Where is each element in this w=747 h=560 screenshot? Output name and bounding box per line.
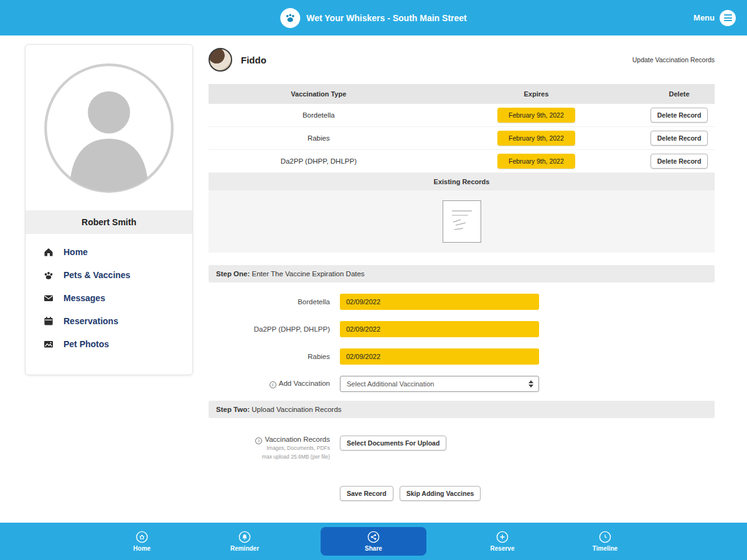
- expiry-date-button[interactable]: February 9th, 2022: [497, 154, 575, 169]
- select-value: Select Additional Vaccination: [347, 380, 434, 388]
- record-document-thumbnail[interactable]: [443, 200, 481, 243]
- step-two-header: Step Two: Upload Vaccination Records: [209, 401, 715, 418]
- add-vaccination-label: Add Vaccination: [279, 380, 330, 387]
- column-header-expires: Expires: [429, 90, 644, 98]
- pet-header: Fiddo Update Vaccination Records: [209, 48, 715, 72]
- sidebar-nav: Home Pets & Vaccines: [26, 234, 192, 350]
- vaccination-records-label: Vaccination Records: [209, 436, 330, 444]
- upload-hint-formats: Images, Documents, PDFs: [209, 444, 330, 453]
- sidebar-item-label: Pets & Vaccines: [63, 270, 130, 280]
- bottom-tab-home[interactable]: Home: [115, 531, 169, 552]
- menu-button[interactable]: Menu: [693, 10, 736, 26]
- hamburger-menu-icon: [720, 10, 736, 26]
- bordetella-date-input[interactable]: [340, 294, 539, 310]
- skip-adding-vaccines-button[interactable]: Skip Adding Vaccines: [400, 486, 481, 501]
- additional-vaccination-select[interactable]: Select Additional Vaccination: [340, 376, 539, 392]
- table-row: Da2PP (DHPP, DHLPP) February 9th, 2022 D…: [209, 150, 715, 173]
- share-icon: [367, 531, 380, 543]
- existing-records-header: Existing Records: [209, 173, 715, 190]
- select-arrows-icon: [529, 380, 533, 388]
- select-documents-button[interactable]: Select Documents For Upload: [340, 436, 446, 450]
- info-icon: [255, 437, 262, 444]
- vaccine-type: Da2PP (DHPP, DHLPP): [209, 157, 429, 165]
- step-one-label: Step One:: [216, 270, 250, 278]
- page-content: Robert Smith Home Pets & Vaccines: [0, 35, 747, 523]
- sidebar-item-pet-photos[interactable]: Pet Photos: [43, 338, 192, 350]
- envelope-icon: [43, 292, 54, 304]
- bottom-navigation: Home Reminder Share: [0, 523, 747, 560]
- sidebar: Robert Smith Home Pets & Vaccines: [25, 44, 193, 375]
- table-row: Bordetella February 9th, 2022 Delete Rec…: [209, 104, 715, 127]
- da2pp-date-input[interactable]: [340, 321, 539, 337]
- field-label-add-vaccination: Add Vaccination: [209, 380, 340, 388]
- form-actions: Save Record Skip Adding Vaccines: [209, 486, 715, 501]
- bottom-tab-label: Timeline: [593, 545, 618, 552]
- user-name: Robert Smith: [26, 210, 192, 234]
- table-header-row: Vaccination Type Expires Delete: [209, 84, 715, 104]
- form-row-bordetella: Bordetella: [209, 294, 715, 310]
- app-title: Wet Your Whiskers - South Main Street: [306, 13, 466, 23]
- vaccine-type: Rabies: [209, 134, 429, 142]
- bottom-tab-share[interactable]: Share: [321, 527, 426, 556]
- form-row-add-vaccination: Add Vaccination Select Additional Vaccin…: [209, 376, 715, 392]
- form-row-da2pp: Da2PP (DHPP, DHLPP): [209, 321, 715, 337]
- calendar-icon: [43, 315, 54, 327]
- bottom-tab-label: Home: [133, 545, 151, 552]
- delete-record-button[interactable]: Delete Record: [651, 154, 708, 169]
- bottom-tab-timeline[interactable]: Timeline: [578, 531, 632, 552]
- upload-row: Vaccination Records Images, Documents, P…: [209, 436, 715, 461]
- column-header-delete: Delete: [644, 90, 715, 98]
- column-header-vaccination-type: Vaccination Type: [209, 90, 429, 98]
- pet-avatar: [209, 48, 232, 72]
- sidebar-item-home[interactable]: Home: [43, 246, 192, 258]
- home-circle-icon: [136, 531, 148, 543]
- field-label-rabies: Rabies: [209, 353, 340, 360]
- paw-icon: [43, 269, 54, 281]
- upload-label-block: Vaccination Records Images, Documents, P…: [209, 436, 340, 461]
- sidebar-item-pets-vaccines[interactable]: Pets & Vaccines: [43, 269, 192, 281]
- reminder-bell-icon: [238, 531, 251, 543]
- step-one-header: Step One: Enter The Vaccine Expiration D…: [209, 265, 715, 282]
- save-record-button[interactable]: Save Record: [340, 486, 393, 501]
- delete-record-button[interactable]: Delete Record: [651, 131, 708, 146]
- bottom-tab-label: Reserve: [491, 545, 515, 552]
- expiry-date-button[interactable]: February 9th, 2022: [497, 131, 575, 146]
- step-two-label: Step Two:: [216, 406, 250, 413]
- sidebar-item-label: Home: [63, 247, 88, 257]
- pet-name: Fiddo: [241, 55, 266, 65]
- table-row: Rabies February 9th, 2022 Delete Record: [209, 127, 715, 150]
- app-logo-icon: [280, 8, 300, 28]
- field-label-da2pp: Da2PP (DHPP, DHLPP): [209, 325, 340, 333]
- bottom-tab-label: Share: [365, 545, 382, 552]
- bottom-tab-label: Reminder: [230, 545, 259, 552]
- step-one-description: Enter The Vaccine Expiration Dates: [250, 270, 364, 278]
- menu-label: Menu: [693, 13, 715, 22]
- rabies-date-input[interactable]: [340, 348, 539, 365]
- bottom-tab-reserve[interactable]: Reserve: [476, 531, 529, 552]
- topbar-brand: Wet Your Whiskers - South Main Street: [280, 8, 466, 28]
- reserve-plus-icon: [496, 531, 509, 543]
- bottom-tab-reminder[interactable]: Reminder: [218, 531, 271, 552]
- timeline-clock-icon: [599, 531, 611, 543]
- vaccine-type: Bordetella: [209, 111, 429, 119]
- avatar: [26, 62, 192, 194]
- vaccination-table: Vaccination Type Expires Delete Bordetel…: [209, 84, 715, 253]
- sidebar-item-label: Reservations: [63, 316, 118, 326]
- existing-records-area: [209, 190, 715, 253]
- sidebar-item-reservations[interactable]: Reservations: [43, 315, 192, 327]
- sidebar-item-label: Messages: [63, 293, 105, 303]
- info-icon: [270, 381, 276, 388]
- form-row-rabies: Rabies: [209, 348, 715, 365]
- field-label-bordetella: Bordetella: [209, 298, 340, 306]
- delete-record-button[interactable]: Delete Record: [651, 108, 708, 123]
- photo-icon: [43, 338, 54, 350]
- main-panel: Fiddo Update Vaccination Records Vaccina…: [209, 48, 715, 523]
- sidebar-item-label: Pet Photos: [63, 339, 109, 349]
- home-icon: [43, 246, 54, 258]
- upload-hint-size: max upload 25.6MB (per file): [209, 453, 330, 462]
- sidebar-item-messages[interactable]: Messages: [43, 292, 192, 304]
- top-bar: Wet Your Whiskers - South Main Street Me…: [0, 0, 747, 35]
- expiry-date-button[interactable]: February 9th, 2022: [497, 108, 575, 123]
- step-two-description: Upload Vaccination Records: [250, 406, 341, 413]
- update-vaccination-records-link[interactable]: Update Vaccination Records: [632, 56, 715, 63]
